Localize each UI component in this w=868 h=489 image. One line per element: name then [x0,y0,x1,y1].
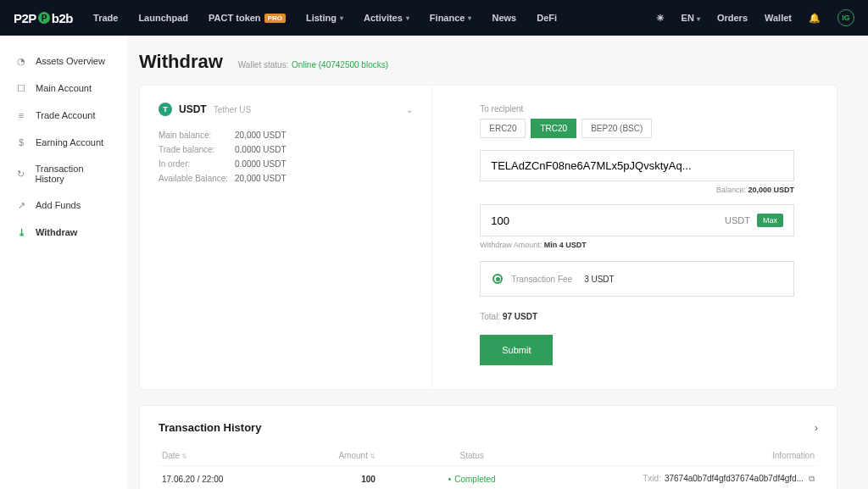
copy-icon[interactable]: ⧉ [809,474,815,483]
fee-value: 3 USDT [584,275,615,284]
nav-pact-label: PACT token [209,13,261,23]
coin-name: Tether US [214,105,251,114]
arrow-down-icon: ⤓ [15,226,27,238]
sidebar-item-earning-account[interactable]: $Earning Account [0,129,127,156]
sort-icon: ⇅ [370,453,376,460]
lang-selector[interactable]: EN ▾ [682,13,700,23]
col-date[interactable]: Date⇅ [159,446,273,466]
nav-listing[interactable]: Listing▾ [306,13,343,23]
chevron-down-icon: ▾ [468,14,471,22]
wallet-status-label: Wallet status: [238,60,289,69]
chevron-down-icon: ▾ [697,15,700,23]
nav-items: Trade Launchpad PACT token PRO Listing▾ … [93,13,557,23]
nav-pact-token[interactable]: PACT token PRO [209,13,286,23]
theme-icon[interactable]: ☀ [656,13,665,24]
coin-balance-panel: T USDT Tether US ⌄ Main balance:20,000 U… [140,86,432,389]
nav-news[interactable]: News [492,13,516,23]
total-label: Total: [480,312,500,321]
list-icon: ≡ [15,109,27,121]
chevron-down-icon: ▾ [340,14,343,22]
logo[interactable]: P2P P b2b [14,11,73,25]
chevron-right-icon[interactable]: › [815,422,818,434]
address-input[interactable] [491,159,783,172]
cell-status: •Completed [426,466,517,490]
min-value: Min 4 USDT [544,241,587,249]
nav-trade[interactable]: Trade [93,13,118,23]
network-tab-bep20[interactable]: BEP20 (BSC) [581,119,652,138]
history-table: Date⇅ Amount⇅ Status Information 17.06.2… [159,446,818,489]
logo-icon: P [38,12,50,24]
balance-row: Trade balance:0.0000 USDT [159,142,413,157]
transaction-history-panel: Transaction History › Date⇅ Amount⇅ Stat… [139,405,837,489]
recipient-label: To recipient [480,104,794,114]
pie-icon: ◔ [15,55,27,67]
amount-input[interactable] [491,214,718,227]
min-label: Withdraw Amount: [480,241,542,249]
history-icon: ↻ [15,168,26,180]
table-row: 17.06.20 / 22:00100•CompletedTxid:37674a… [159,466,818,490]
cell-amount: 100 [273,466,426,490]
page-title: Withdraw [139,51,223,73]
sidebar: ◔Assets Overview ☐Main Account ≡Trade Ac… [0,36,127,489]
nav-activities[interactable]: Activites▾ [364,13,409,23]
pro-badge: PRO [264,14,286,23]
nav-orders[interactable]: Orders [717,13,748,23]
nav-right: ☀ EN ▾ Orders Wallet 🔔 IG [656,9,854,26]
cell-info: Txid:37674a0b7df4gfd37674a0b7df4gfd...⧉ [517,466,818,490]
network-tabs: ERC20 TRC20 BEP20 (BSC) [480,119,794,138]
logo-text-left: P2P [14,11,36,25]
cell-date: 17.06.20 / 22:00 [159,466,273,490]
fee-option[interactable]: Transaction Fee 3 USDT [480,261,794,297]
form-balance-label: Balance: [716,186,746,194]
bell-icon[interactable]: 🔔 [809,13,821,24]
coin-symbol: USDT [179,103,207,115]
logo-text-right: b2b [52,11,73,25]
fee-label: Transaction Fee [511,275,572,284]
form-balance-value: 20,000 USDT [748,186,794,194]
nav-launchpad[interactable]: Launchpad [138,13,188,23]
history-title: Transaction History [159,421,261,434]
nav-finance[interactable]: Finance▾ [430,13,472,23]
main-content: Withdraw Wallet status: Online (40742500… [127,36,868,489]
amount-unit: USDT [725,215,750,225]
dollar-icon: $ [15,136,27,148]
balance-row: Available Balance:20,000 USDT [159,171,413,186]
sidebar-item-main-account[interactable]: ☐Main Account [0,75,127,102]
avatar[interactable]: IG [837,9,854,26]
nav-wallet[interactable]: Wallet [765,13,792,23]
col-status: Status [426,446,517,466]
chevron-down-icon: ⌄ [406,105,413,114]
chevron-down-icon: ▾ [406,14,409,22]
address-input-box[interactable] [480,150,794,181]
submit-button[interactable]: Submit [480,335,553,365]
sidebar-item-transaction-history[interactable]: ↻Transaction History [0,156,127,192]
nav-defi[interactable]: DeFi [537,13,557,23]
sidebar-item-trade-account[interactable]: ≡Trade Account [0,102,127,129]
coin-selector[interactable]: T USDT Tether US ⌄ [159,103,413,128]
network-tab-trc20[interactable]: TRC20 [531,119,576,138]
sidebar-item-add-funds[interactable]: ↗Add Funds [0,192,127,219]
sort-icon: ⇅ [181,453,187,460]
col-amount[interactable]: Amount⇅ [273,446,426,466]
sidebar-item-assets-overview[interactable]: ◔Assets Overview [0,47,127,75]
top-nav: P2P P b2b Trade Launchpad PACT token PRO… [0,0,868,36]
balance-row: Main balance:20,000 USDT [159,128,413,142]
amount-input-box[interactable]: USDT Max [480,204,794,236]
col-info: Information [517,446,818,466]
wallet-status-value: Online (40742500 blocks) [292,60,388,69]
arrow-up-icon: ↗ [15,199,27,211]
usdt-icon: T [159,103,172,116]
balance-row: In order:0.0000 USDT [159,157,413,171]
wallet-icon: ☐ [15,82,27,94]
sidebar-item-withdraw[interactable]: ⤓Withdraw [0,219,127,246]
max-button[interactable]: Max [757,214,783,227]
withdraw-form-panel: To recipient ERC20 TRC20 BEP20 (BSC) Bal… [432,86,837,389]
radio-selected-icon [492,274,503,284]
network-tab-erc20[interactable]: ERC20 [480,119,526,138]
total-value: 97 USDT [503,312,537,321]
